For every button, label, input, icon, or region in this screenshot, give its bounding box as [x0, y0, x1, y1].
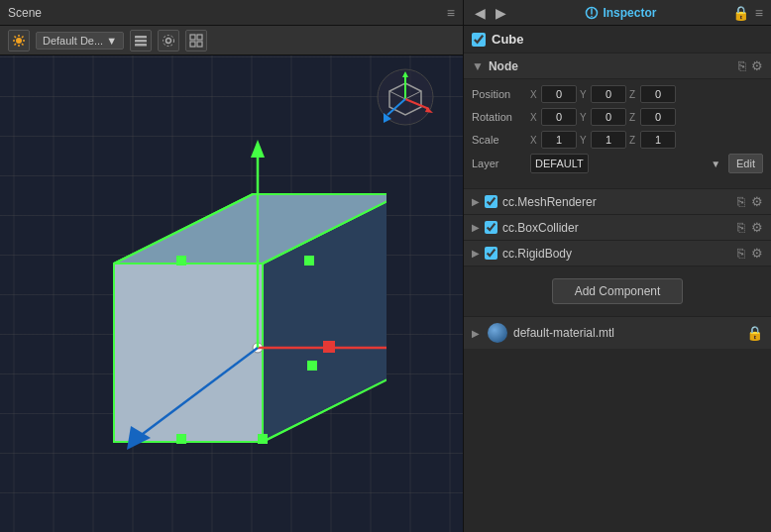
svg-marker-18 — [114, 264, 263, 442]
svg-rect-38 — [323, 341, 335, 353]
material-lock-icon[interactable]: 🔒 — [746, 325, 763, 341]
svg-rect-29 — [176, 256, 186, 266]
object-enabled-checkbox[interactable] — [472, 33, 486, 47]
svg-point-13 — [164, 35, 174, 46]
rigid-body-header-left: ▶ cc.RigidBody — [472, 247, 572, 261]
settings-icon-btn[interactable] — [158, 30, 179, 52]
box-collider-gear-icon[interactable]: ⚙ — [751, 220, 763, 235]
rotation-label: Rotation — [472, 111, 526, 123]
layers-icon-btn[interactable] — [130, 30, 152, 52]
rotation-row: Rotation X Y Z — [472, 108, 763, 126]
box-collider-checkbox[interactable] — [485, 221, 497, 234]
position-z-letter: Z — [629, 89, 639, 100]
scale-y-field: Y — [580, 131, 626, 149]
box-collider-header-left: ▶ cc.BoxCollider — [472, 221, 579, 235]
rotation-x-input[interactable] — [541, 108, 577, 126]
svg-line-6 — [22, 44, 24, 46]
inspector-menu-icon[interactable]: ≡ — [755, 5, 763, 21]
scene-panel: Scene ≡ Default De... — [0, 0, 464, 532]
scene-menu-icon[interactable]: ≡ — [447, 5, 455, 21]
position-x-input[interactable] — [541, 85, 577, 103]
svg-rect-33 — [307, 361, 317, 371]
rigid-body-copy-icon[interactable]: ⎘ — [737, 246, 745, 261]
svg-line-8 — [15, 44, 17, 46]
scene-viewport[interactable] — [0, 55, 463, 532]
mesh-renderer-header-left: ▶ cc.MeshRenderer — [472, 195, 597, 209]
node-gear-icon[interactable]: ⚙ — [751, 58, 763, 73]
svg-rect-14 — [190, 35, 195, 40]
mesh-renderer-gear-icon[interactable]: ⚙ — [751, 194, 763, 209]
inspector-forward-btn[interactable]: ▶ — [493, 5, 509, 21]
node-copy-icon[interactable]: ⎘ — [738, 58, 746, 73]
node-properties: Position X Y Z — [464, 79, 771, 188]
node-header[interactable]: ▼ Node ⎘ ⚙ — [464, 53, 771, 79]
position-x-field: X — [530, 85, 577, 103]
scale-z-input[interactable] — [640, 131, 676, 149]
rotation-z-input[interactable] — [640, 108, 676, 126]
scale-x-input[interactable] — [541, 131, 577, 149]
layer-select[interactable]: DEFAULT — [530, 154, 589, 173]
scene-tab[interactable]: Scene — [8, 6, 42, 20]
scale-row: Scale X Y Z — [472, 131, 763, 149]
svg-point-0 — [16, 38, 22, 44]
position-y-input[interactable] — [591, 85, 626, 103]
inspector-nav: ◀ ▶ — [472, 5, 509, 21]
mesh-renderer-copy-icon[interactable]: ⎘ — [737, 194, 745, 209]
layer-row: Layer DEFAULT ▼ Edit — [472, 154, 763, 173]
svg-rect-10 — [135, 40, 147, 43]
scene-tab-label: Scene — [8, 6, 42, 20]
box-collider-chevron: ▶ — [472, 222, 480, 233]
rotation-z-field: Z — [629, 108, 676, 126]
material-chevron: ▶ — [472, 328, 480, 339]
mesh-renderer-header[interactable]: ▶ cc.MeshRenderer ⎘ ⚙ — [464, 189, 771, 214]
svg-rect-34 — [258, 434, 268, 444]
material-row: ▶ default-material.mtl 🔒 — [464, 316, 771, 349]
node-icons: ⎘ ⚙ — [738, 58, 763, 73]
box-collider-header[interactable]: ▶ cc.BoxCollider ⎘ ⚙ — [464, 215, 771, 240]
position-y-field: Y — [580, 85, 626, 103]
svg-line-5 — [15, 36, 17, 38]
default-de-dropdown[interactable]: Default De... ▼ — [36, 32, 124, 50]
rigid-body-gear-icon[interactable]: ⚙ — [751, 246, 763, 261]
material-name: default-material.mtl — [513, 326, 740, 340]
rotation-x-letter: X — [530, 112, 540, 123]
inspector-back-btn[interactable]: ◀ — [472, 5, 489, 21]
inspector-lock-icon[interactable]: 🔒 — [732, 5, 749, 21]
position-x-letter: X — [530, 89, 540, 100]
scale-xyz: X Y Z — [530, 131, 763, 149]
position-xyz: X Y Z — [530, 85, 763, 103]
scale-z-letter: Z — [629, 135, 639, 146]
inspector-tab-label: Inspector — [603, 6, 656, 20]
material-icon — [488, 323, 507, 343]
rotation-z-letter: Z — [629, 112, 639, 123]
mesh-renderer-actions: ⎘ ⚙ — [737, 194, 763, 209]
scale-y-input[interactable] — [591, 131, 626, 149]
rigid-body-checkbox[interactable] — [485, 247, 497, 260]
scale-x-letter: X — [530, 135, 540, 146]
svg-rect-9 — [135, 36, 147, 39]
sun-icon-btn[interactable] — [8, 30, 30, 52]
svg-rect-15 — [197, 35, 202, 40]
svg-rect-16 — [190, 42, 195, 47]
position-z-input[interactable] — [640, 85, 676, 103]
object-name-row: Cube — [464, 26, 771, 53]
dropdown-label: Default De... — [43, 35, 103, 47]
svg-point-12 — [166, 38, 171, 43]
layer-label: Layer — [472, 158, 526, 169]
grid-icon-btn[interactable] — [185, 30, 207, 52]
svg-marker-40 — [251, 140, 265, 158]
scene-toolbar: Default De... ▼ — [0, 26, 463, 55]
svg-rect-11 — [135, 44, 147, 47]
rigid-body-header[interactable]: ▶ cc.RigidBody ⎘ ⚙ — [464, 241, 771, 266]
mesh-renderer-checkbox[interactable] — [485, 195, 497, 208]
inspector-tab[interactable]: Inspector — [585, 6, 656, 20]
add-component-button[interactable]: Add Component — [552, 278, 684, 304]
svg-line-7 — [22, 36, 24, 38]
node-title: ▼ Node — [472, 59, 518, 73]
layer-edit-btn[interactable]: Edit — [728, 154, 763, 173]
rotation-y-letter: Y — [580, 112, 590, 123]
box-collider-copy-icon[interactable]: ⎘ — [737, 220, 745, 235]
scale-x-field: X — [530, 131, 577, 149]
rotation-y-input[interactable] — [591, 108, 626, 126]
svg-rect-17 — [197, 42, 202, 47]
